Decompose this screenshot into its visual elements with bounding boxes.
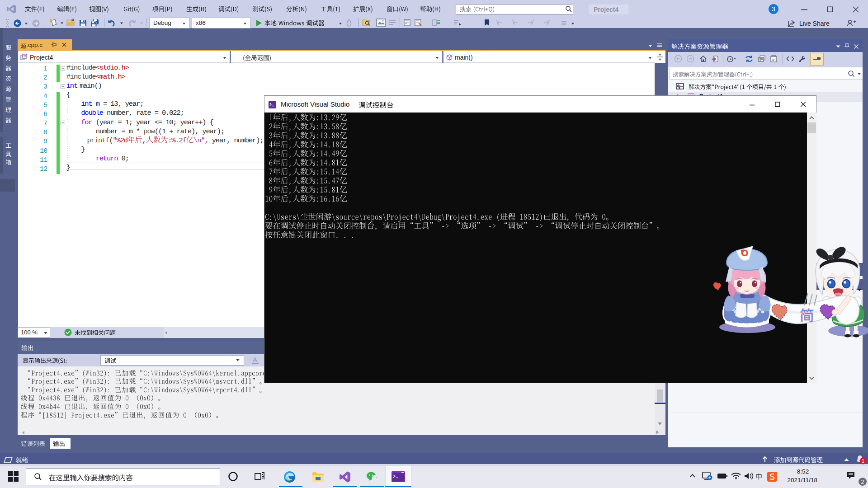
svg-text:3: 3	[772, 5, 775, 13]
svg-text:1: 1	[862, 458, 864, 464]
svg-text:2: 2	[861, 479, 864, 485]
